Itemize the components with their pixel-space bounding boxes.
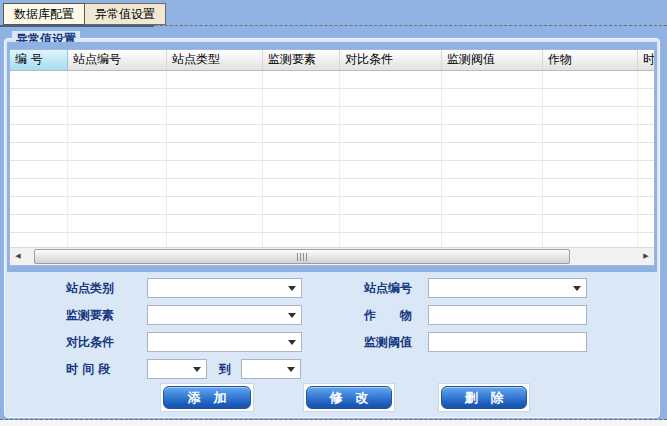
threshold-input[interactable] (428, 332, 587, 352)
modify-button-frame: 修 改 (303, 383, 395, 412)
grid-cell (543, 71, 638, 88)
scroll-right-icon: ▶ (643, 252, 648, 260)
scrollbar-grip-icon (297, 253, 307, 261)
grid-cell (340, 71, 442, 88)
time-to-select[interactable] (241, 359, 301, 379)
grid-cell (543, 161, 638, 178)
grid-cell (68, 71, 167, 88)
grid-cell (167, 215, 263, 232)
scrollbar-track[interactable] (26, 248, 638, 265)
grid-cell (638, 179, 654, 196)
tab-outlier-settings[interactable]: 异常值设置 (85, 3, 166, 25)
grid-cell (263, 143, 340, 160)
grid-cell (442, 107, 543, 124)
modify-button[interactable]: 修 改 (306, 386, 392, 409)
combo-arrow-icon (288, 313, 296, 318)
monitor-element-select[interactable] (147, 305, 302, 325)
grid-cell (263, 71, 340, 88)
grid-cell (68, 215, 167, 232)
grid-cell (340, 143, 442, 160)
grid-cell (167, 179, 263, 196)
grid-cell (167, 125, 263, 142)
grid-column-header-7[interactable]: 时 (638, 50, 655, 70)
grid-cell (638, 89, 654, 106)
grid-cell (263, 215, 340, 232)
grid-cell (638, 197, 654, 214)
grid-cell (10, 143, 68, 160)
grid-cell (10, 215, 68, 232)
grid-cell (340, 179, 442, 196)
grid-row (10, 89, 654, 107)
add-button[interactable]: 添 加 (163, 386, 251, 409)
delete-button-frame: 删 除 (438, 383, 530, 412)
grid-cell (263, 233, 340, 247)
grid-cell (340, 161, 442, 178)
horizontal-scrollbar[interactable]: ◀ ▶ (10, 247, 654, 265)
combo-arrow-icon (193, 367, 201, 372)
combo-arrow-icon (573, 286, 581, 291)
grid-cell (167, 71, 263, 88)
grid-cell (167, 197, 263, 214)
grid-cell (167, 107, 263, 124)
compare-condition-select[interactable] (147, 332, 302, 352)
tab-database-config[interactable]: 数据库配置 (3, 3, 85, 25)
scrollbar-thumb[interactable] (34, 249, 570, 264)
scroll-left-button[interactable]: ◀ (10, 248, 26, 265)
grid-cell (10, 107, 68, 124)
grid-column-header-5[interactable]: 监测阀值 (442, 50, 543, 70)
grid-cell (167, 143, 263, 160)
station-category-select[interactable] (147, 278, 302, 298)
add-button-frame: 添 加 (160, 383, 254, 412)
grid-column-header-0[interactable]: 编 号 (10, 50, 68, 70)
grid-cell (10, 125, 68, 142)
tab-bar: 数据库配置 异常值设置 (3, 3, 166, 25)
grid-cell (340, 125, 442, 142)
grid-cell (68, 179, 167, 196)
combo-arrow-icon (288, 340, 296, 345)
grid-row (10, 161, 654, 179)
grid-cell (442, 71, 543, 88)
grid-body (10, 71, 654, 247)
grid-cell (68, 161, 167, 178)
grid-cell (68, 233, 167, 247)
grid-column-header-2[interactable]: 站点类型 (167, 50, 263, 70)
compare-condition-label: 对比条件 (66, 332, 114, 352)
grid-cell (10, 197, 68, 214)
time-to-label: 到 (219, 359, 231, 379)
grid-column-header-6[interactable]: 作物 (543, 50, 638, 70)
grid-cell (442, 233, 543, 247)
crop-input[interactable] (428, 305, 587, 325)
grid-row (10, 233, 654, 247)
grid-row (10, 71, 654, 89)
grid-cell (543, 179, 638, 196)
grid-cell (340, 89, 442, 106)
time-from-select[interactable] (147, 359, 207, 379)
grid-row (10, 197, 654, 215)
grid-cell (167, 233, 263, 247)
station-number-select[interactable] (428, 278, 587, 298)
grid-column-header-4[interactable]: 对比条件 (340, 50, 442, 70)
outlier-data-grid: 编 号站点编号站点类型监测要素对比条件监测阀值作物时 ◀ ▶ (9, 49, 655, 266)
grid-cell (68, 89, 167, 106)
grid-row (10, 107, 654, 125)
grid-cell (442, 179, 543, 196)
grid-cell (68, 143, 167, 160)
grid-row (10, 179, 654, 197)
grid-row (10, 143, 654, 161)
grid-cell (340, 215, 442, 232)
scroll-right-button[interactable]: ▶ (638, 248, 654, 265)
grid-cell (543, 125, 638, 142)
grid-column-header-1[interactable]: 站点编号 (68, 50, 167, 70)
delete-button[interactable]: 删 除 (441, 386, 527, 409)
grid-cell (442, 197, 543, 214)
grid-cell (10, 233, 68, 247)
grid-cell (543, 143, 638, 160)
grid-column-header-3[interactable]: 监测要素 (263, 50, 340, 70)
grid-cell (167, 89, 263, 106)
grid-cell (10, 161, 68, 178)
grid-cell (638, 125, 654, 142)
grid-panel: 编 号站点编号站点类型监测要素对比条件监测阀值作物时 ◀ ▶ (7, 42, 657, 272)
grid-cell (340, 107, 442, 124)
outlier-settings-groupbox: 异常值设置 编 号站点编号站点类型监测要素对比条件监测阀值作物时 ◀ ▶ (4, 38, 660, 418)
grid-cell (263, 197, 340, 214)
